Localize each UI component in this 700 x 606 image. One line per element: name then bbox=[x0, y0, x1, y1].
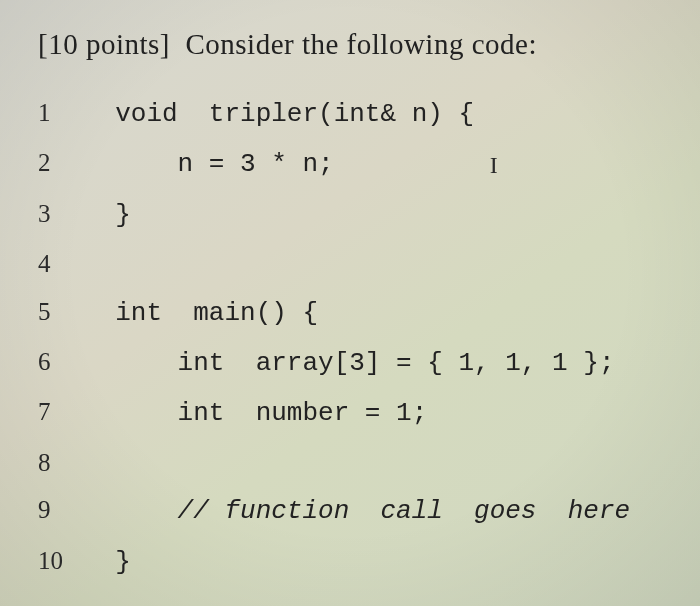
line-number: 10 bbox=[38, 537, 84, 585]
line-number: 6 bbox=[38, 338, 84, 386]
code-line: 10 } bbox=[38, 537, 670, 587]
text-cursor-icon: I bbox=[490, 143, 498, 189]
code-line: 7 int number = 1; bbox=[38, 388, 670, 438]
line-number: 2 bbox=[38, 139, 84, 187]
document-page: [10 points] Consider the following code:… bbox=[0, 0, 700, 606]
code-line: 9 // function call goes here bbox=[38, 486, 670, 536]
code-text: // function call goes here bbox=[84, 487, 630, 536]
code-text: int main() { bbox=[84, 289, 318, 338]
code-text: } bbox=[84, 191, 131, 240]
prompt-text: Consider the following code: bbox=[185, 28, 536, 60]
line-number: 7 bbox=[38, 388, 84, 436]
code-line: 6 int array[3] = { 1, 1, 1 }; bbox=[38, 338, 670, 388]
code-line: 8 bbox=[38, 439, 670, 487]
code-text: void tripler(int& n) { bbox=[84, 90, 474, 139]
code-line: 1 void tripler(int& n) { bbox=[38, 89, 670, 139]
code-line: 3 } bbox=[38, 190, 670, 240]
code-text: } bbox=[84, 538, 131, 587]
question-header: [10 points] Consider the following code: bbox=[38, 28, 670, 61]
code-line: 2 n = 3 * n; I bbox=[38, 139, 670, 189]
code-line: 4 bbox=[38, 240, 670, 288]
line-number: 5 bbox=[38, 288, 84, 336]
code-block: 1 void tripler(int& n) { 2 n = 3 * n; I … bbox=[38, 89, 670, 587]
line-number: 9 bbox=[38, 486, 84, 534]
code-text: int number = 1; bbox=[84, 389, 427, 438]
line-number: 8 bbox=[38, 439, 84, 487]
points-label: [10 points] bbox=[38, 28, 170, 60]
code-line: 5 int main() { bbox=[38, 288, 670, 338]
line-number: 1 bbox=[38, 89, 84, 137]
line-number: 3 bbox=[38, 190, 84, 238]
line-number: 4 bbox=[38, 240, 84, 288]
code-text: int array[3] = { 1, 1, 1 }; bbox=[84, 339, 615, 388]
code-text: n = 3 * n; bbox=[84, 140, 490, 189]
